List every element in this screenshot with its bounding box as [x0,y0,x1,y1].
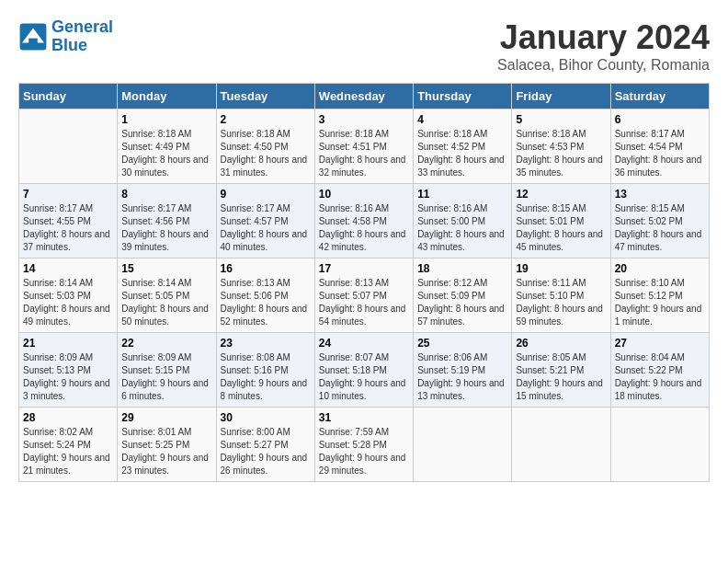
day-number: 18 [417,262,507,275]
calendar-cell: 20Sunrise: 8:10 AMSunset: 5:12 PMDayligh… [610,259,709,333]
calendar-cell: 4Sunrise: 8:18 AMSunset: 4:52 PMDaylight… [414,109,512,184]
calendar-cell: 21Sunrise: 8:09 AMSunset: 5:13 PMDayligh… [19,333,118,408]
day-info: Sunrise: 8:08 AMSunset: 5:16 PMDaylight:… [221,351,311,403]
calendar-week-row: 1Sunrise: 8:18 AMSunset: 4:49 PMDaylight… [19,109,710,184]
day-number: 5 [516,113,606,126]
calendar-week-row: 14Sunrise: 8:14 AMSunset: 5:03 PMDayligh… [19,259,710,333]
day-number: 8 [121,188,211,201]
day-info: Sunrise: 8:13 AMSunset: 5:06 PMDaylight:… [221,277,311,328]
day-info: Sunrise: 8:04 AMSunset: 5:22 PMDaylight:… [615,351,705,403]
day-info: Sunrise: 8:18 AMSunset: 4:53 PMDaylight:… [516,128,606,179]
calendar-week-row: 28Sunrise: 8:02 AMSunset: 5:24 PMDayligh… [19,408,710,482]
day-number: 12 [516,188,606,201]
calendar-cell: 11Sunrise: 8:16 AMSunset: 5:00 PMDayligh… [414,184,512,259]
day-info: Sunrise: 8:06 AMSunset: 5:19 PMDaylight:… [417,351,507,403]
day-number: 25 [417,337,507,350]
calendar-cell: 5Sunrise: 8:18 AMSunset: 4:53 PMDaylight… [512,109,610,184]
day-number: 27 [615,337,705,350]
calendar-cell: 9Sunrise: 8:17 AMSunset: 4:57 PMDaylight… [216,184,314,259]
page-header: General Blue January 2024 Salacea, Bihor… [18,18,710,74]
day-info: Sunrise: 8:16 AMSunset: 5:00 PMDaylight:… [417,202,507,254]
weekday-header-cell: Wednesday [314,84,413,109]
day-info: Sunrise: 8:10 AMSunset: 5:12 PMDaylight:… [615,277,705,328]
calendar-cell: 13Sunrise: 8:15 AMSunset: 5:02 PMDayligh… [610,184,709,259]
calendar-cell [19,109,118,184]
calendar-cell: 23Sunrise: 8:08 AMSunset: 5:16 PMDayligh… [216,333,314,408]
day-number: 16 [221,262,311,275]
day-info: Sunrise: 8:17 AMSunset: 4:56 PMDaylight:… [121,202,211,254]
calendar-cell: 24Sunrise: 8:07 AMSunset: 5:18 PMDayligh… [314,333,413,408]
logo-general: General [51,17,113,36]
day-number: 21 [23,337,113,350]
calendar-cell: 31Sunrise: 7:59 AMSunset: 5:28 PMDayligh… [314,408,413,482]
day-info: Sunrise: 8:16 AMSunset: 4:58 PMDaylight:… [319,202,409,254]
calendar-subtitle: Salacea, Bihor County, Romania [497,57,710,74]
logo-icon [18,22,48,52]
calendar-week-row: 21Sunrise: 8:09 AMSunset: 5:13 PMDayligh… [19,333,710,408]
calendar-cell: 17Sunrise: 8:13 AMSunset: 5:07 PMDayligh… [314,259,413,333]
calendar-cell: 22Sunrise: 8:09 AMSunset: 5:15 PMDayligh… [118,333,216,408]
day-info: Sunrise: 8:14 AMSunset: 5:03 PMDaylight:… [23,277,113,328]
day-number: 2 [221,113,311,126]
day-number: 23 [221,337,311,350]
day-info: Sunrise: 8:18 AMSunset: 4:51 PMDaylight:… [319,128,409,179]
calendar-cell [414,408,512,482]
calendar-cell: 12Sunrise: 8:15 AMSunset: 5:01 PMDayligh… [512,184,610,259]
calendar-cell [610,408,709,482]
svg-rect-2 [28,38,38,43]
weekday-header-cell: Saturday [610,84,709,109]
day-number: 17 [319,262,409,275]
calendar-cell: 6Sunrise: 8:17 AMSunset: 4:54 PMDaylight… [610,109,709,184]
day-number: 11 [417,188,507,201]
calendar-cell: 8Sunrise: 8:17 AMSunset: 4:56 PMDaylight… [118,184,216,259]
day-number: 20 [615,262,705,275]
day-info: Sunrise: 8:05 AMSunset: 5:21 PMDaylight:… [516,351,606,403]
day-number: 28 [23,411,113,424]
day-number: 1 [121,113,211,126]
day-info: Sunrise: 8:02 AMSunset: 5:24 PMDaylight:… [23,426,113,477]
weekday-header-cell: Sunday [19,84,118,109]
day-number: 19 [516,262,606,275]
day-number: 7 [23,188,113,201]
day-info: Sunrise: 8:01 AMSunset: 5:25 PMDaylight:… [121,426,211,477]
weekday-header-cell: Monday [118,84,216,109]
calendar-cell: 19Sunrise: 8:11 AMSunset: 5:10 PMDayligh… [512,259,610,333]
day-info: Sunrise: 8:15 AMSunset: 5:02 PMDaylight:… [615,202,705,254]
day-info: Sunrise: 8:13 AMSunset: 5:07 PMDaylight:… [319,277,409,328]
calendar-body: 1Sunrise: 8:18 AMSunset: 4:49 PMDaylight… [19,109,710,482]
calendar-cell [512,408,610,482]
day-number: 3 [319,113,409,126]
day-info: Sunrise: 8:17 AMSunset: 4:55 PMDaylight:… [23,202,113,254]
calendar-title: January 2024 [497,18,710,57]
calendar-cell: 28Sunrise: 8:02 AMSunset: 5:24 PMDayligh… [19,408,118,482]
day-number: 26 [516,337,606,350]
calendar-cell: 18Sunrise: 8:12 AMSunset: 5:09 PMDayligh… [414,259,512,333]
calendar-cell: 27Sunrise: 8:04 AMSunset: 5:22 PMDayligh… [610,333,709,408]
calendar-cell: 15Sunrise: 8:14 AMSunset: 5:05 PMDayligh… [118,259,216,333]
day-number: 22 [121,337,211,350]
day-info: Sunrise: 8:18 AMSunset: 4:50 PMDaylight:… [221,128,311,179]
calendar-table: SundayMondayTuesdayWednesdayThursdayFrid… [18,83,710,482]
title-section: January 2024 Salacea, Bihor County, Roma… [497,18,710,74]
calendar-cell: 14Sunrise: 8:14 AMSunset: 5:03 PMDayligh… [19,259,118,333]
weekday-header-cell: Thursday [414,84,512,109]
day-number: 24 [319,337,409,350]
day-info: Sunrise: 8:12 AMSunset: 5:09 PMDaylight:… [417,277,507,328]
calendar-cell: 1Sunrise: 8:18 AMSunset: 4:49 PMDaylight… [118,109,216,184]
day-number: 14 [23,262,113,275]
calendar-cell: 26Sunrise: 8:05 AMSunset: 5:21 PMDayligh… [512,333,610,408]
day-number: 15 [121,262,211,275]
day-info: Sunrise: 8:14 AMSunset: 5:05 PMDaylight:… [121,277,211,328]
day-info: Sunrise: 8:15 AMSunset: 5:01 PMDaylight:… [516,202,606,254]
calendar-cell: 25Sunrise: 8:06 AMSunset: 5:19 PMDayligh… [414,333,512,408]
calendar-cell: 29Sunrise: 8:01 AMSunset: 5:25 PMDayligh… [118,408,216,482]
day-info: Sunrise: 7:59 AMSunset: 5:28 PMDaylight:… [319,426,409,477]
day-info: Sunrise: 8:17 AMSunset: 4:57 PMDaylight:… [221,202,311,254]
day-number: 30 [221,411,311,424]
calendar-cell: 2Sunrise: 8:18 AMSunset: 4:50 PMDaylight… [216,109,314,184]
logo-blue: Blue [51,36,87,54]
day-info: Sunrise: 8:00 AMSunset: 5:27 PMDaylight:… [221,426,311,477]
day-number: 31 [319,411,409,424]
calendar-cell: 7Sunrise: 8:17 AMSunset: 4:55 PMDaylight… [19,184,118,259]
calendar-cell: 30Sunrise: 8:00 AMSunset: 5:27 PMDayligh… [216,408,314,482]
